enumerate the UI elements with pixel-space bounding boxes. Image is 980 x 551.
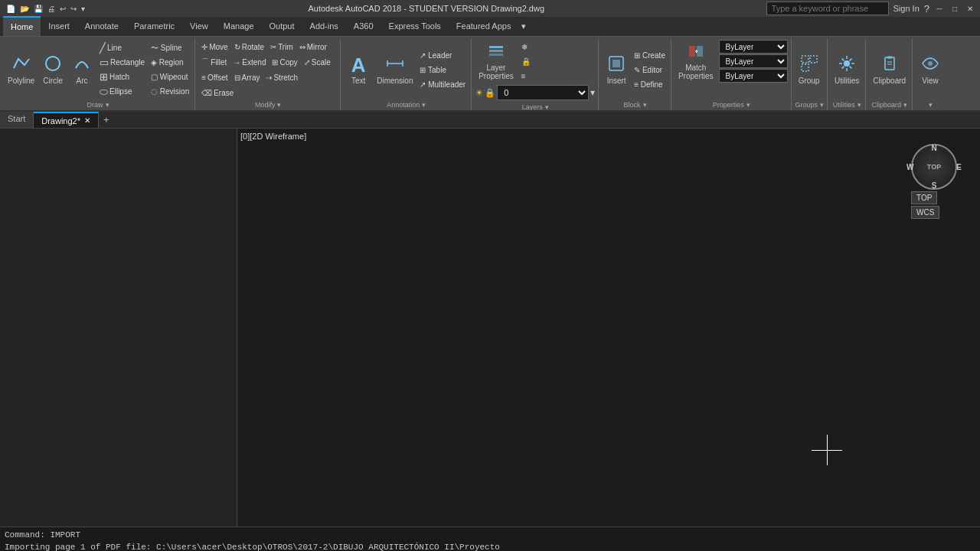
erase-button[interactable]: ⌫Erase bbox=[199, 86, 236, 99]
hatch-button[interactable]: ⊞Hatch bbox=[97, 70, 147, 84]
qat-print[interactable]: 🖨 bbox=[46, 5, 57, 13]
region-button[interactable]: ◈ Region bbox=[149, 56, 191, 70]
qat-save[interactable]: 💾 bbox=[32, 5, 44, 13]
qat-open[interactable]: 📂 bbox=[18, 5, 31, 13]
close-tab-icon[interactable]: ✕ bbox=[84, 116, 90, 125]
qat-dropdown[interactable]: ▾ bbox=[80, 5, 87, 13]
line-icon: ╱ bbox=[100, 42, 106, 54]
tab-parametric[interactable]: Parametric bbox=[126, 16, 182, 36]
ribbon-group-utilities: Utilities Utilities ▾ bbox=[828, 38, 866, 110]
create-block-button[interactable]: ⊞ Create bbox=[632, 48, 668, 62]
titlebar-search[interactable] bbox=[766, 2, 889, 15]
groups-group-label[interactable]: Groups ▾ bbox=[795, 99, 825, 110]
tab-featured-apps[interactable]: Featured Apps bbox=[449, 16, 519, 36]
table-button[interactable]: ⊞ Table bbox=[417, 63, 468, 77]
view-button[interactable]: View bbox=[916, 47, 944, 93]
draw-group-label[interactable]: Draw ▾ bbox=[5, 99, 191, 110]
block-group-label[interactable]: Block ▾ bbox=[603, 99, 668, 110]
layers-group-label[interactable]: Layers ▾ bbox=[475, 102, 595, 112]
dimension-button[interactable]: Dimension bbox=[374, 47, 416, 93]
layer-freeze-button[interactable]: ❄ bbox=[519, 40, 533, 54]
annotation-group-label[interactable]: Annotation ▾ bbox=[345, 99, 468, 110]
layer-dropdown-arrow[interactable]: ▾ bbox=[590, 87, 595, 98]
tab-add-ins[interactable]: Add-ins bbox=[302, 16, 346, 36]
tab-start[interactable]: Start bbox=[0, 112, 34, 128]
ellipse-button[interactable]: ⬭Ellipse bbox=[97, 85, 147, 99]
ribbon-group-groups: Group Groups ▾ bbox=[792, 38, 828, 110]
color-dropdown[interactable]: ByLayer bbox=[719, 40, 788, 54]
group-button[interactable]: Group bbox=[795, 47, 823, 93]
tab-home[interactable]: Home bbox=[3, 16, 41, 36]
maximize-btn[interactable]: □ bbox=[949, 3, 960, 14]
utilities-group-label[interactable]: Utilities ▾ bbox=[831, 99, 862, 110]
tab-view[interactable]: View bbox=[182, 16, 216, 36]
match-properties-icon bbox=[688, 43, 704, 62]
rectangle-button[interactable]: ▭Rectangle bbox=[97, 56, 147, 70]
text-button[interactable]: A Text bbox=[345, 47, 372, 93]
help-icon[interactable]: ? bbox=[924, 3, 929, 15]
offset-button[interactable]: ≡Offset bbox=[199, 70, 230, 84]
block-editor-button[interactable]: ✎ Editor bbox=[632, 63, 668, 77]
view-group-label[interactable]: ▾ bbox=[916, 99, 944, 110]
clipboard-button[interactable]: Clipboard bbox=[870, 47, 909, 93]
layer-properties-button[interactable]: LayerProperties bbox=[475, 42, 517, 80]
tab-drawing2[interactable]: Drawing2* ✕ bbox=[34, 112, 99, 128]
layer-properties-label: LayerProperties bbox=[479, 64, 514, 80]
compass-north: N bbox=[931, 144, 936, 152]
minimize-btn[interactable]: ─ bbox=[934, 3, 945, 14]
multileader-button[interactable]: ↗ Multileader bbox=[417, 77, 468, 91]
qat-redo[interactable]: ↪ bbox=[69, 5, 78, 13]
sign-in-btn[interactable]: Sign In bbox=[893, 4, 920, 13]
rotate-button[interactable]: ↻Rotate bbox=[232, 40, 266, 54]
spline-button[interactable]: 〜 Spline bbox=[149, 41, 191, 55]
svg-rect-13 bbox=[802, 64, 808, 71]
lineweight-dropdown[interactable]: ByLayer bbox=[719, 69, 788, 83]
properties-group-label[interactable]: Properties ▾ bbox=[675, 99, 788, 110]
fillet-button[interactable]: ⌒Fillet bbox=[199, 55, 229, 69]
tab-output[interactable]: Output bbox=[262, 16, 302, 36]
qat-undo[interactable]: ↩ bbox=[58, 5, 67, 13]
dimension-label: Dimension bbox=[377, 77, 413, 85]
top-view-button[interactable]: TOP bbox=[911, 191, 937, 204]
layer-lock-button[interactable]: 🔒 bbox=[519, 54, 533, 68]
copy-button[interactable]: ⊞Copy bbox=[270, 55, 299, 69]
new-tab-button[interactable]: + bbox=[99, 112, 114, 128]
layer-properties-icon bbox=[488, 43, 505, 62]
tab-insert[interactable]: Insert bbox=[41, 16, 77, 36]
modify-group-label[interactable]: Modify ▾ bbox=[199, 99, 337, 110]
mirror-button[interactable]: ⇔Mirror bbox=[297, 40, 329, 54]
linetype-dropdown[interactable]: ByLayer bbox=[719, 54, 788, 68]
define-attr-button[interactable]: ≡ Define bbox=[632, 77, 668, 91]
trim-button[interactable]: ✂Trim bbox=[268, 40, 296, 54]
move-button[interactable]: ✛Move bbox=[199, 40, 230, 54]
wcs-button[interactable]: WCS bbox=[911, 206, 939, 219]
utilities-button[interactable]: Utilities bbox=[831, 47, 862, 93]
arc-button[interactable]: Arc bbox=[68, 47, 96, 93]
array-button[interactable]: ⊟Array bbox=[232, 70, 263, 84]
layer-dropdown[interactable]: 0 bbox=[497, 85, 589, 100]
tab-overflow[interactable]: ▾ bbox=[518, 16, 529, 36]
revision-button[interactable]: ◌ Revision bbox=[149, 85, 191, 99]
line-button[interactable]: ╱Line bbox=[97, 41, 147, 55]
circle-button[interactable]: Circle bbox=[39, 47, 67, 93]
left-panel bbox=[0, 129, 237, 527]
tab-express-tools[interactable]: Express Tools bbox=[381, 16, 449, 36]
qat-new[interactable]: 📄 bbox=[5, 5, 17, 13]
stretch-button[interactable]: ⇢Stretch bbox=[263, 70, 300, 84]
scale-button[interactable]: ⤢Scale bbox=[302, 55, 333, 69]
tab-manage[interactable]: Manage bbox=[216, 16, 262, 36]
wipeout-button[interactable]: ▢ Wipeout bbox=[149, 70, 191, 84]
text-label: Text bbox=[351, 77, 365, 85]
close-btn[interactable]: ✕ bbox=[965, 3, 975, 14]
extend-button[interactable]: →Extend bbox=[230, 55, 268, 69]
tab-a360[interactable]: A360 bbox=[346, 16, 381, 36]
rotate-icon: ↻ bbox=[234, 43, 240, 51]
tab-annotate[interactable]: Annotate bbox=[77, 16, 126, 36]
clipboard-group-label[interactable]: Clipboard ▾ bbox=[870, 99, 909, 110]
clipboard-label: Clipboard bbox=[873, 77, 906, 85]
match-properties-button[interactable]: MatchProperties bbox=[675, 42, 717, 80]
layer-match-button[interactable]: ≡ bbox=[519, 69, 533, 83]
polyline-button[interactable]: Polyline bbox=[5, 47, 38, 93]
insert-button[interactable]: Insert bbox=[603, 47, 630, 93]
leader-button[interactable]: ↗ Leader bbox=[417, 48, 468, 62]
